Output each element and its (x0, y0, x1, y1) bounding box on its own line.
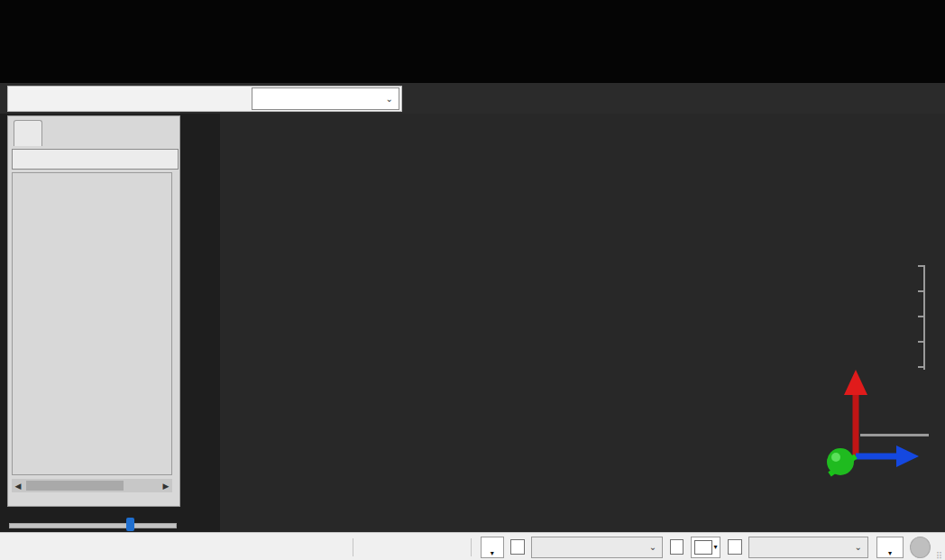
logo-divider (860, 434, 929, 436)
command-row: ⌄ (0, 83, 945, 114)
grid-toggle-button[interactable]: ▾ (481, 537, 504, 558)
resize-grip[interactable]: ⠿ (936, 551, 943, 560)
main-area: ◀ ▶ (0, 114, 945, 532)
slider-thumb[interactable] (126, 518, 134, 531)
scale-ruler (914, 265, 925, 370)
color-apply-checkbox[interactable] (670, 539, 684, 555)
tree-horizontal-scrollbar[interactable]: ◀ ▶ (12, 479, 172, 492)
layer-select[interactable]: ⌄ (748, 537, 868, 558)
menu-bar (0, 0, 945, 20)
ribbon-button-row (0, 53, 945, 83)
axis-triad (788, 357, 923, 483)
slider-track[interactable] (9, 523, 177, 528)
status-bar: ▾ ⌄ ▾ ⌄ ▾ ⠿ (0, 532, 945, 560)
search-input[interactable] (12, 149, 179, 170)
view-cube-button[interactable]: ▾ (876, 537, 904, 558)
layer-visibility-checkbox[interactable] (728, 539, 742, 555)
scroll-left-icon[interactable]: ◀ (12, 482, 24, 491)
reference-visibility-checkbox[interactable] (510, 539, 525, 555)
machining-panel: ◀ ▶ (7, 115, 180, 507)
machining-tree (12, 172, 172, 475)
3d-viewport[interactable] (220, 114, 945, 532)
color-swatch-button[interactable]: ▾ (691, 537, 721, 558)
scroll-right-icon[interactable]: ▶ (160, 482, 172, 491)
command-panel: ⌄ (7, 86, 402, 112)
reference-select[interactable]: ⌄ (531, 537, 663, 558)
scrollbar-thumb[interactable] (26, 481, 124, 491)
command-combobox[interactable]: ⌄ (252, 87, 399, 110)
go2cam-window: ⌄ ◀ ▶ (0, 0, 945, 560)
tree-zoom-slider[interactable] (7, 514, 179, 530)
help-button[interactable] (910, 537, 930, 558)
ribbon-tab-row (0, 20, 945, 53)
go2cam-logo (860, 431, 929, 440)
chevron-down-icon[interactable]: ⌄ (386, 94, 393, 104)
tab-machining[interactable] (14, 120, 42, 146)
